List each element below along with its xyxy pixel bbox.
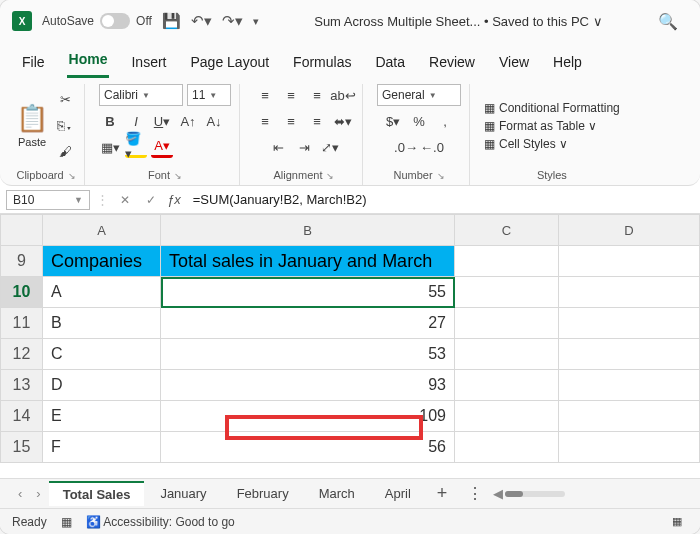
cell[interactable]: 53 [161, 339, 455, 370]
currency-icon[interactable]: $▾ [382, 110, 404, 132]
cell[interactable]: 56 [161, 432, 455, 463]
cell[interactable]: D [43, 370, 161, 401]
cell[interactable]: F [43, 432, 161, 463]
fill-color-icon[interactable]: 🪣▾ [125, 136, 147, 158]
row-header[interactable]: 13 [1, 370, 43, 401]
column-header-a[interactable]: A [43, 215, 161, 246]
format-as-table-button[interactable]: ▦Format as Table ∨ [484, 119, 620, 133]
column-header-b[interactable]: B [161, 215, 455, 246]
cell[interactable]: Companies [43, 246, 161, 277]
document-title[interactable]: Sum Across Multiple Sheet... • Saved to … [269, 14, 648, 29]
decrease-indent-icon[interactable]: ⇤ [267, 136, 289, 158]
tab-review[interactable]: Review [427, 50, 477, 78]
cut-icon[interactable]: ✂ [54, 89, 76, 111]
align-middle-icon[interactable]: ≡ [280, 84, 302, 106]
fx-icon[interactable]: ƒx [167, 192, 181, 207]
cell-styles-button[interactable]: ▦Cell Styles ∨ [484, 137, 620, 151]
sheet-nav-prev[interactable]: ‹ [12, 486, 28, 501]
cell[interactable] [559, 308, 700, 339]
decrease-font-icon[interactable]: A↓ [203, 110, 225, 132]
sheet-tabs-overflow[interactable]: ⋮ [459, 484, 491, 503]
name-box[interactable]: B10▼ [6, 190, 90, 210]
cell[interactable] [559, 401, 700, 432]
cell[interactable] [559, 277, 700, 308]
percent-icon[interactable]: % [408, 110, 430, 132]
cell[interactable]: 27 [161, 308, 455, 339]
cell[interactable] [455, 308, 559, 339]
align-top-icon[interactable]: ≡ [254, 84, 276, 106]
cell[interactable] [559, 432, 700, 463]
cell[interactable] [559, 246, 700, 277]
cell-selected[interactable]: 55 [161, 277, 455, 308]
increase-indent-icon[interactable]: ⇥ [293, 136, 315, 158]
enter-formula-icon[interactable]: ✓ [141, 193, 161, 207]
underline-icon[interactable]: U▾ [151, 110, 173, 132]
sheet-tab-april[interactable]: April [371, 482, 425, 505]
italic-icon[interactable]: I [125, 110, 147, 132]
comma-style-icon[interactable]: , [434, 110, 456, 132]
increase-decimal-icon[interactable]: .0→ [395, 136, 417, 158]
wrap-text-icon[interactable]: ab↩ [332, 84, 354, 106]
qat-overflow[interactable]: ▾ [253, 15, 259, 28]
formula-bar[interactable]: =SUM(January!B2, March!B2) [187, 190, 694, 209]
tab-help[interactable]: Help [551, 50, 584, 78]
cell[interactable]: 93 [161, 370, 455, 401]
sheet-tab-february[interactable]: February [223, 482, 303, 505]
number-format-select[interactable]: General▼ [377, 84, 461, 106]
normal-view-icon[interactable]: ▦ [666, 513, 688, 531]
tab-insert[interactable]: Insert [129, 50, 168, 78]
cell[interactable]: 109 [161, 401, 455, 432]
tab-page-layout[interactable]: Page Layout [188, 50, 271, 78]
cell[interactable] [455, 370, 559, 401]
align-center-icon[interactable]: ≡ [280, 110, 302, 132]
font-color-icon[interactable]: A▾ [151, 136, 173, 158]
cell[interactable]: B [43, 308, 161, 339]
new-sheet-button[interactable]: + [427, 483, 458, 504]
column-header-c[interactable]: C [455, 215, 559, 246]
borders-icon[interactable]: ▦▾ [99, 136, 121, 158]
tab-file[interactable]: File [20, 50, 47, 78]
cell[interactable] [455, 277, 559, 308]
autosave-toggle[interactable] [100, 13, 130, 29]
align-bottom-icon[interactable]: ≡ [306, 84, 328, 106]
cell[interactable]: A [43, 277, 161, 308]
cell[interactable]: Total sales in January and March [161, 246, 455, 277]
undo-icon[interactable]: ↶▾ [191, 12, 212, 30]
accessibility-status[interactable]: ♿ Accessibility: Good to go [86, 515, 235, 529]
select-all-corner[interactable] [1, 215, 43, 246]
font-size-select[interactable]: 11▼ [187, 84, 231, 106]
alignment-dialog-launcher[interactable]: ↘ [326, 171, 334, 181]
font-name-select[interactable]: Calibri▼ [99, 84, 183, 106]
row-header[interactable]: 15 [1, 432, 43, 463]
cell[interactable] [455, 339, 559, 370]
sheet-tab-january[interactable]: January [146, 482, 220, 505]
decrease-decimal-icon[interactable]: ←.0 [421, 136, 443, 158]
format-painter-icon[interactable]: 🖌 [54, 141, 76, 163]
cell[interactable] [559, 370, 700, 401]
column-header-d[interactable]: D [559, 215, 700, 246]
merge-center-icon[interactable]: ⬌▾ [332, 110, 354, 132]
bold-icon[interactable]: B [99, 110, 121, 132]
search-icon[interactable]: 🔍 [658, 12, 678, 31]
tab-view[interactable]: View [497, 50, 531, 78]
cell[interactable] [455, 432, 559, 463]
sheet-nav-next[interactable]: › [30, 486, 46, 501]
conditional-formatting-button[interactable]: ▦Conditional Formatting [484, 101, 620, 115]
row-header[interactable]: 14 [1, 401, 43, 432]
tab-formulas[interactable]: Formulas [291, 50, 353, 78]
align-left-icon[interactable]: ≡ [254, 110, 276, 132]
sheet-tab-total-sales[interactable]: Total Sales [49, 481, 145, 506]
cancel-formula-icon[interactable]: ✕ [115, 193, 135, 207]
cell[interactable]: C [43, 339, 161, 370]
cell[interactable]: E [43, 401, 161, 432]
tab-data[interactable]: Data [373, 50, 407, 78]
horizontal-scrollbar[interactable] [505, 488, 565, 500]
cell[interactable] [455, 401, 559, 432]
increase-font-icon[interactable]: A↑ [177, 110, 199, 132]
save-icon[interactable]: 💾 [162, 12, 181, 30]
sheet-tab-march[interactable]: March [305, 482, 369, 505]
align-right-icon[interactable]: ≡ [306, 110, 328, 132]
row-header[interactable]: 11 [1, 308, 43, 339]
row-header[interactable]: 12 [1, 339, 43, 370]
redo-icon[interactable]: ↷▾ [222, 12, 243, 30]
